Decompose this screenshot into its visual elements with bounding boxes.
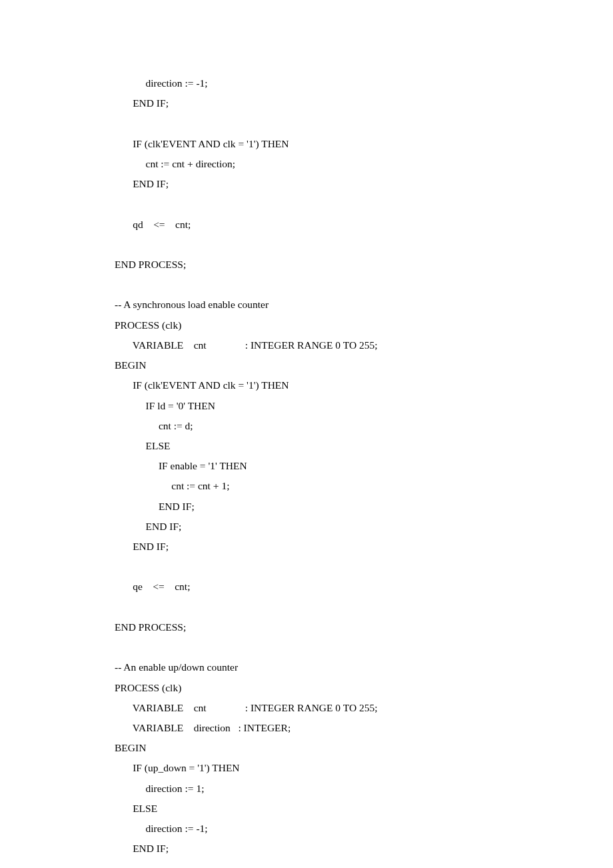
code-line: cnt := d;	[115, 416, 560, 436]
code-line: VARIABLE cnt : INTEGER RANGE 0 TO 255;	[115, 335, 560, 355]
code-line: PROCESS (clk)	[115, 315, 560, 335]
code-block: direction := -1; END IF; IF (clk'EVENT A…	[115, 73, 560, 868]
code-line: END IF;	[115, 497, 560, 517]
code-line: qe <= cnt;	[115, 577, 560, 597]
code-line: END PROCESS;	[115, 617, 560, 637]
code-line: cnt := cnt + direction;	[115, 154, 560, 174]
code-line: IF ld = '0' THEN	[115, 396, 560, 416]
code-line: cnt := cnt + 1;	[115, 476, 560, 496]
code-line: qd <= cnt;	[115, 215, 560, 235]
code-line: IF (clk'EVENT AND clk = '1') THEN	[115, 134, 560, 154]
code-line	[115, 637, 560, 657]
code-line: VARIABLE direction : INTEGER;	[115, 718, 560, 738]
code-line	[115, 113, 560, 133]
code-line	[115, 275, 560, 295]
code-line	[115, 194, 560, 214]
code-line: -- A synchronous load enable counter	[115, 295, 560, 315]
code-line: BEGIN	[115, 355, 560, 375]
code-line: IF (up_down = '1') THEN	[115, 758, 560, 778]
code-line: END IF;	[115, 517, 560, 537]
code-line: END IF;	[115, 839, 560, 859]
code-line: PROCESS (clk)	[115, 678, 560, 698]
code-line: direction := -1;	[115, 73, 560, 93]
code-line	[115, 557, 560, 577]
code-line	[115, 597, 560, 617]
code-line: END IF;	[115, 537, 560, 557]
code-line: IF enable = '1' THEN	[115, 456, 560, 476]
code-line: END IF;	[115, 174, 560, 194]
code-line: direction := -1;	[115, 819, 560, 839]
code-line: direction := 1;	[115, 779, 560, 799]
code-line: IF (clk'EVENT AND clk = '1') THEN	[115, 375, 560, 395]
code-line: -- An enable up/down counter	[115, 657, 560, 677]
code-line: END IF;	[115, 93, 560, 113]
code-line: VARIABLE cnt : INTEGER RANGE 0 TO 255;	[115, 698, 560, 718]
code-line	[115, 235, 560, 255]
code-line	[115, 859, 560, 868]
code-line: BEGIN	[115, 738, 560, 758]
code-line: END PROCESS;	[115, 255, 560, 275]
code-line: ELSE	[115, 436, 560, 456]
code-line: ELSE	[115, 799, 560, 819]
